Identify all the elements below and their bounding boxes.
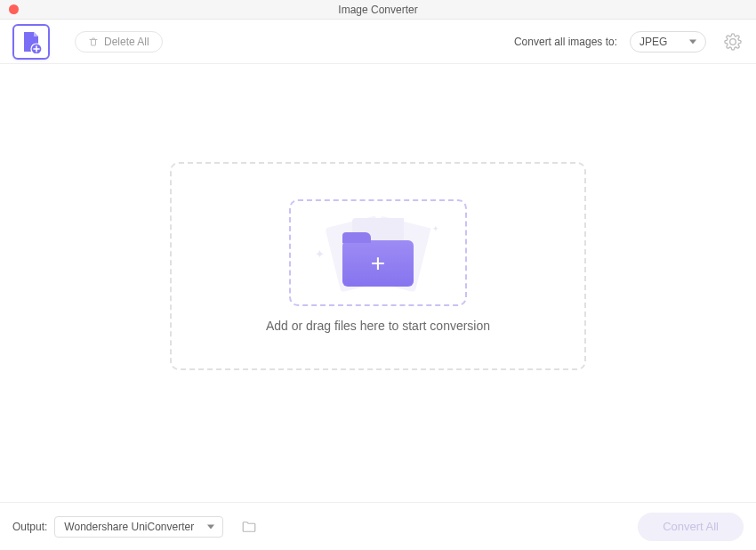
window-title: Image Converter	[0, 4, 756, 16]
output-location-select[interactable]: Wondershare UniConverter	[54, 516, 223, 538]
folder-graphic: + ✦ ✦	[320, 215, 436, 290]
toolbar: Delete All Convert all images to: JPEG	[0, 20, 756, 64]
traffic-lights	[0, 4, 19, 14]
drop-zone[interactable]: + ✦ ✦ Add or drag files here to start co…	[170, 162, 586, 370]
open-output-folder-button[interactable]	[239, 517, 259, 537]
plus-icon: +	[371, 251, 385, 276]
convert-all-label: Convert All	[663, 520, 719, 533]
add-file-icon	[20, 30, 42, 53]
output-format-value: JPEG	[639, 36, 667, 48]
settings-button[interactable]	[722, 31, 744, 53]
sparkle-icon: ✦	[432, 224, 439, 233]
delete-all-button[interactable]: Delete All	[75, 31, 163, 53]
drop-zone-inner: + ✦ ✦	[289, 199, 467, 306]
add-files-button[interactable]	[12, 24, 50, 60]
convert-to-label: Convert all images to:	[514, 36, 617, 48]
folder-icon: +	[342, 240, 414, 287]
folder-icon	[241, 519, 257, 535]
footer: Output: Wondershare UniConverter Convert…	[0, 502, 756, 550]
output-location-value: Wondershare UniConverter	[64, 521, 194, 533]
output-label: Output:	[12, 521, 47, 533]
delete-all-label: Delete All	[104, 36, 149, 48]
convert-all-button[interactable]: Convert All	[638, 513, 744, 541]
gear-icon	[724, 33, 742, 51]
titlebar: Image Converter	[0, 0, 756, 20]
sparkle-icon: ✦	[315, 247, 325, 261]
trash-icon	[88, 36, 99, 47]
main-area: + ✦ ✦ Add or drag files here to start co…	[0, 64, 756, 502]
drop-zone-text: Add or drag files here to start conversi…	[266, 319, 490, 333]
close-window-button[interactable]	[9, 4, 19, 14]
output-format-select[interactable]: JPEG	[630, 31, 706, 53]
